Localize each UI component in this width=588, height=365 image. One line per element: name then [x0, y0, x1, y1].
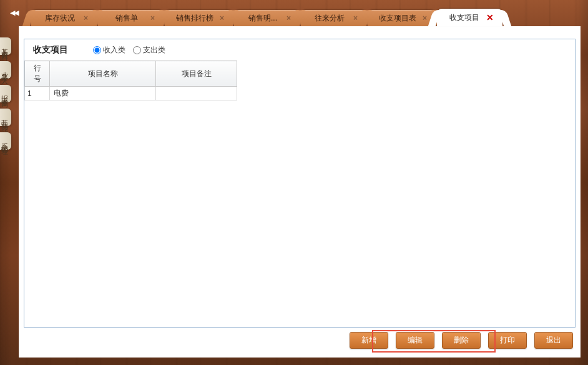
header-row: 收支项目 收入类 支出类 [24, 39, 575, 61]
add-button[interactable]: 新增 [350, 332, 388, 349]
cell-remark [156, 87, 237, 100]
tab-sales-detail[interactable]: 销售明... × [234, 10, 300, 26]
tab-label: 销售排行榜 [176, 13, 213, 24]
exit-button[interactable]: 退出 [534, 332, 573, 349]
radio-expense-input[interactable] [133, 46, 141, 54]
tab-bar: ◀◀ 库存状况 × 销售单 × 销售排行榜 × 销售明... × 往来分析 × … [0, 0, 588, 26]
radio-expense[interactable]: 支出类 [133, 45, 165, 56]
close-icon[interactable]: × [287, 14, 291, 22]
sidebar-item-report-query[interactable]: 报表查询 [0, 85, 11, 102]
nav-arrow-left-icon[interactable]: ◀◀ [10, 9, 17, 17]
radio-income-label: 收入类 [103, 45, 125, 56]
close-icon[interactable]: × [423, 14, 427, 22]
delete-button[interactable]: 删除 [442, 332, 481, 349]
tab-label: 收支项目表 [379, 13, 416, 24]
sidebar-item-basic-data[interactable]: 基本资料 [0, 37, 11, 55]
tab-label: 销售明... [245, 13, 280, 24]
close-icon[interactable]: × [353, 14, 358, 22]
tab-label: 收支项目 [448, 12, 480, 23]
radio-expense-label: 支出类 [143, 45, 165, 56]
content-panel: 收支项目 收入类 支出类 行号 项目名称 项目备注 [24, 39, 576, 328]
page-title: 收支项目 [33, 44, 68, 56]
items-table: 行号 项目名称 项目备注 1 电费 [24, 61, 237, 100]
button-bar: 新增 编辑 删除 打印 退出 [350, 332, 573, 349]
tab-label: 往来分析 [312, 13, 347, 24]
tab-income-expense-item[interactable]: 收支项目 ✕ [437, 9, 502, 26]
tab-sales-ranking[interactable]: 销售排行榜 × [165, 10, 233, 26]
edit-button[interactable]: 编辑 [396, 332, 434, 349]
close-icon[interactable]: × [150, 14, 155, 22]
tab-correspondence[interactable]: 往来分析 × [301, 10, 366, 26]
header-remark: 项目备注 [156, 61, 237, 87]
header-rownum: 行号 [25, 61, 50, 87]
close-icon[interactable]: × [84, 14, 88, 22]
sidebar-item-other-functions[interactable]: 其它功能 [0, 109, 11, 126]
tab-sales-order[interactable]: 销售单 × [98, 10, 164, 26]
close-icon[interactable]: ✕ [486, 12, 494, 22]
tab-label: 销售单 [109, 13, 144, 24]
close-icon[interactable]: × [220, 14, 224, 22]
tab-income-expense-table[interactable]: 收支项目表 × [368, 10, 436, 26]
print-button[interactable]: 打印 [488, 332, 527, 349]
table-header-row: 行号 项目名称 项目备注 [25, 61, 237, 87]
cell-rownum: 1 [25, 87, 50, 100]
tab-label: 库存状况 [42, 13, 77, 24]
tab-inventory[interactable]: 库存状况 × [31, 10, 97, 26]
header-name: 项目名称 [50, 61, 156, 87]
category-radio-group: 收入类 支出类 [93, 45, 165, 56]
sidebar: 基本资料 业务录入 报表查询 其它功能 系统管理 [0, 37, 11, 150]
content-area: 收支项目 收入类 支出类 行号 项目名称 项目备注 [19, 26, 581, 358]
table-row[interactable]: 1 电费 [25, 87, 237, 100]
sidebar-item-business-entry[interactable]: 业务录入 [0, 61, 11, 79]
cell-name: 电费 [50, 87, 156, 100]
radio-income-input[interactable] [93, 46, 101, 54]
sidebar-item-system-management[interactable]: 系统管理 [0, 132, 11, 150]
radio-income[interactable]: 收入类 [93, 45, 125, 56]
